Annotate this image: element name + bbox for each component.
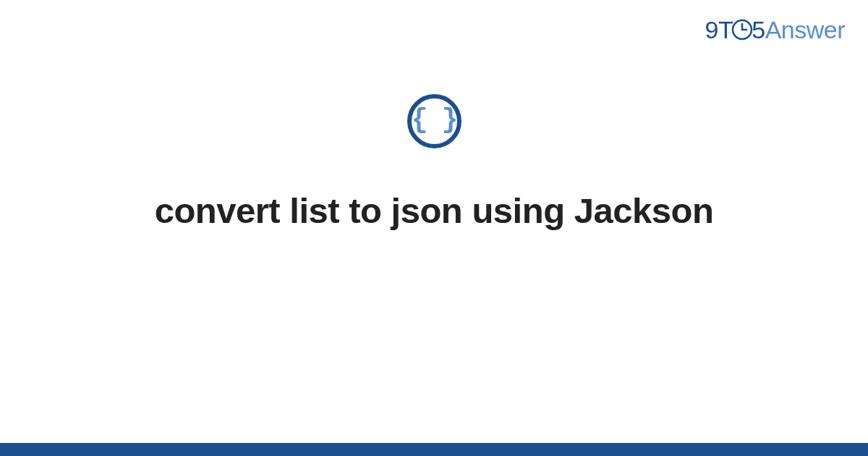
brand-part-9t: 9T	[705, 16, 733, 43]
brand-logo[interactable]: 9T5Answer	[705, 16, 845, 44]
code-braces-icon: { }	[412, 106, 456, 134]
page-title: convert list to json using Jackson	[155, 190, 714, 231]
brand-part-answer: Answer	[765, 16, 845, 43]
footer-bar	[0, 443, 868, 456]
main-content: { } convert list to json using Jackson	[0, 94, 868, 231]
topic-badge: { }	[407, 94, 461, 148]
brand-part-5: 5	[752, 16, 765, 43]
clock-icon	[731, 18, 753, 46]
